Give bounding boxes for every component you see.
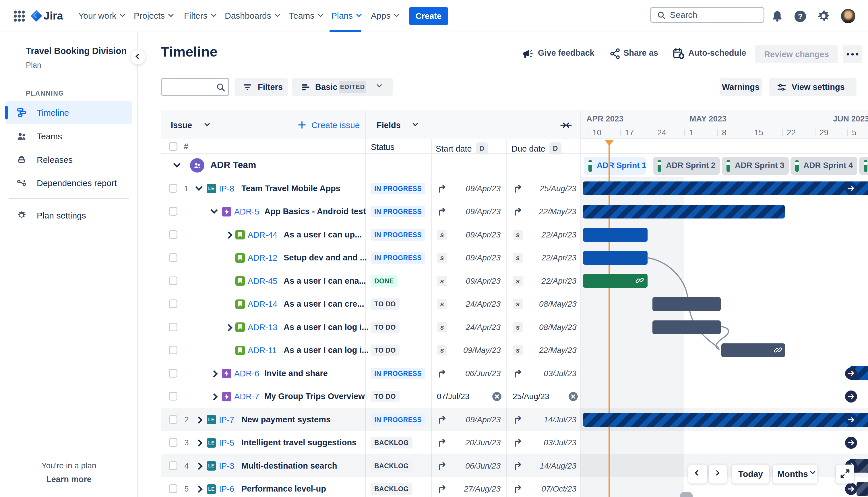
svg-text:?: ? — [798, 12, 802, 21]
